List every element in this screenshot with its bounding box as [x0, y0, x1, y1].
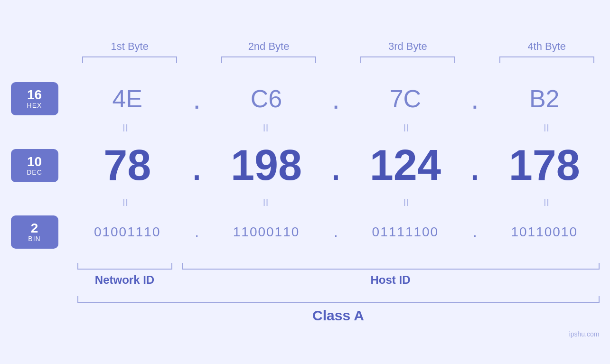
top-brackets: [11, 56, 600, 63]
bin-byte4: 10110010: [497, 224, 592, 240]
hex-row: 16 HEX 4E . C6 . 7C . B2: [11, 77, 600, 120]
bracket-top-4: [499, 56, 594, 63]
bin-byte2: 11000110: [219, 224, 314, 240]
class-bracket: [77, 296, 600, 303]
hex-base-label: HEX: [27, 102, 42, 109]
dec-values: 78 . 198 . 124 . 178: [73, 141, 600, 190]
bin-byte3: 01111100: [358, 224, 453, 240]
hex-byte2: C6: [219, 84, 314, 113]
equals-2-b3: II: [358, 196, 453, 209]
bracket-top-3: [360, 56, 455, 63]
class-row: Class A: [11, 296, 600, 324]
bin-dot3: .: [468, 224, 482, 240]
host-id-label: Host ID: [182, 273, 600, 287]
hex-values: 4E . C6 . 7C . B2: [73, 83, 600, 115]
bin-row: 2 BIN 01001110 . 11000110 . 01111100 . 1…: [11, 211, 600, 253]
bin-badge: 2 BIN: [11, 215, 58, 249]
byte1-header: 1st Byte: [82, 40, 177, 53]
equals-1-b1: II: [78, 122, 173, 134]
network-id-label: Network ID: [77, 273, 172, 287]
dec-byte2: 198: [219, 141, 314, 190]
dec-dot3: .: [468, 141, 482, 190]
bracket-top-1: [82, 56, 177, 63]
hex-badge: 16 HEX: [11, 82, 58, 115]
bottom-section: Network ID Host ID: [11, 263, 600, 287]
equals-1-b2: II: [218, 122, 313, 134]
equals-row-1: II II II II: [11, 122, 600, 134]
hex-dot1: .: [190, 83, 204, 115]
bin-byte1: 01001110: [80, 224, 175, 240]
equals-2-b4: II: [499, 196, 594, 209]
hex-byte4: B2: [497, 84, 592, 113]
bin-dot2: .: [328, 224, 343, 240]
bin-base-num: 2: [31, 222, 38, 235]
bin-values: 01001110 . 11000110 . 01111100 . 1011001…: [73, 224, 600, 240]
dec-byte4: 178: [497, 141, 592, 190]
hex-dot2: .: [328, 83, 343, 115]
dec-badge: 10 DEC: [11, 149, 58, 182]
hex-byte1: 4E: [80, 84, 175, 113]
hex-byte3: 7C: [358, 84, 453, 113]
byte3-header: 3rd Byte: [360, 40, 455, 53]
equals-1-b3: II: [358, 122, 453, 134]
watermark: ipshu.com: [569, 330, 600, 338]
dec-dot1: .: [190, 141, 204, 190]
byte2-header: 2nd Byte: [221, 40, 316, 53]
dec-base-label: DEC: [27, 168, 42, 176]
bin-dot1: .: [190, 224, 204, 240]
equals-row-2: II II II II: [11, 196, 600, 209]
dec-row: 10 DEC 78 . 198 . 124 . 178: [11, 136, 600, 195]
hex-base-num: 16: [27, 88, 42, 102]
equals-1-b4: II: [499, 122, 594, 134]
equals-2-b1: II: [78, 196, 173, 209]
bracket-host: [182, 263, 600, 270]
bracket-top-2: [221, 56, 316, 63]
bottom-brackets-row: [11, 263, 600, 270]
bin-base-label: BIN: [28, 235, 40, 243]
dec-byte3: 124: [358, 141, 453, 190]
byte4-header: 4th Byte: [499, 40, 594, 53]
hex-dot3: .: [468, 83, 482, 115]
class-label: Class A: [77, 308, 600, 324]
bottom-labels-row: Network ID Host ID: [11, 273, 600, 287]
dec-dot2: .: [328, 141, 343, 190]
equals-2-b2: II: [218, 196, 313, 209]
dec-byte1: 78: [80, 141, 175, 190]
dec-base-num: 10: [27, 155, 42, 168]
bracket-network: [77, 263, 172, 270]
byte-headers: 1st Byte 2nd Byte 3rd Byte 4th Byte: [11, 40, 600, 53]
